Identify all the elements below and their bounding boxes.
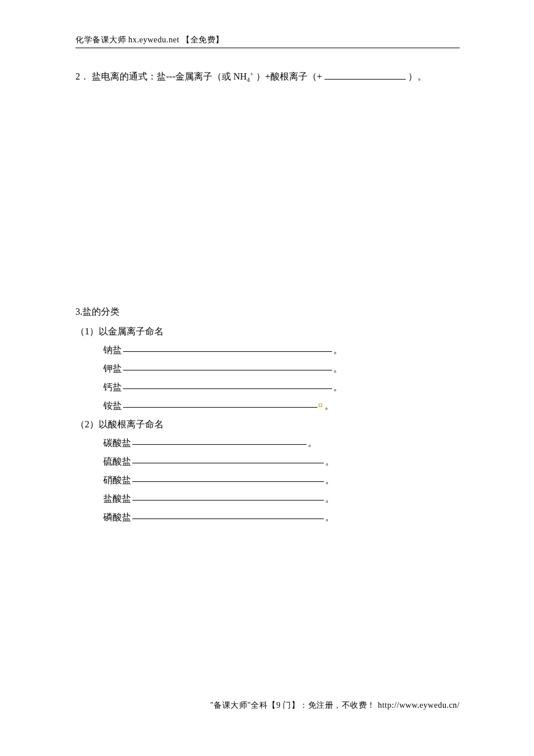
punct-cl: 。 [325, 489, 334, 508]
punct-so4: 。 [325, 452, 334, 471]
row-nitrate: 硝酸盐 。 [103, 471, 460, 489]
footer-url: http://www.eywedu.cn/ [378, 701, 460, 710]
header-site-label: 化学备课大师 [75, 35, 126, 44]
q3-sub2: （2）以酸根离子命名 [75, 415, 460, 434]
punct-ca: 。 [333, 378, 342, 397]
label-k-salt: 钾盐 [103, 359, 122, 378]
punct-na: 。 [333, 341, 342, 359]
footer-text: "备课大师"全科【9 门】：免注册，不收费！ [210, 701, 376, 710]
punct-k: 。 [333, 359, 342, 378]
punct-po4: 。 [325, 508, 334, 527]
punct-no3: 。 [325, 471, 334, 489]
blank-na-salt[interactable] [123, 344, 332, 352]
page-footer: "备课大师"全科【9 门】：免注册，不收费！ http://www.eywedu… [75, 700, 460, 711]
label-sulfate: 硫酸盐 [103, 452, 131, 471]
q2-nh4-sub: 4 [247, 77, 250, 84]
punct-nh4: 。 [319, 397, 334, 415]
blank-ca-salt[interactable] [123, 381, 332, 389]
row-phosphate: 磷酸盐 。 [103, 508, 460, 527]
label-nitrate: 硝酸盐 [103, 471, 131, 489]
header-tag: 【全免费】 [182, 35, 224, 44]
label-chloride: 盐酸盐 [103, 489, 131, 508]
q3-sub1: （1）以金属离子命名 [75, 322, 460, 341]
q2-close: ）。 [408, 71, 427, 81]
label-phosphate: 磷酸盐 [103, 508, 131, 527]
blank-phosphate[interactable] [132, 511, 324, 519]
row-ca-salt: 钙盐 。 [103, 378, 460, 397]
blank-carbonate[interactable] [132, 437, 306, 445]
label-nh4-salt: 铵盐 [103, 397, 122, 415]
blank-nitrate[interactable] [132, 474, 324, 482]
row-nh4-salt: 铵盐 。 [103, 397, 460, 415]
row-chloride: 盐酸盐 。 [103, 489, 460, 508]
label-carbonate: 碳酸盐 [103, 434, 131, 452]
blank-nh4-salt[interactable] [123, 399, 317, 408]
q2-text-after: ）+酸根离子（+ [256, 71, 322, 81]
label-na-salt: 钠盐 [103, 341, 122, 359]
content: 2． 盐电离的通式：盐---金属离子（或 NH4+ ）+酸根离子（+ ）。 3.… [75, 63, 460, 527]
q2-blank[interactable] [324, 71, 406, 80]
question-3-heading: 3.盐的分类 [75, 303, 460, 321]
punct-co3: 。 [308, 434, 317, 452]
row-na-salt: 钠盐 。 [103, 341, 460, 359]
row-sulfate: 硫酸盐 。 [103, 452, 460, 471]
blank-sulfate[interactable] [132, 455, 324, 463]
page-header: 化学备课大师 hx.eywedu.net 【全免费】 [75, 35, 460, 48]
q2-nh4-text: NH [233, 71, 247, 81]
q2-nh4: NH4+ [233, 71, 256, 81]
blank-chloride[interactable] [132, 492, 324, 501]
label-ca-salt: 钙盐 [103, 378, 122, 397]
punct-nh4-text: 。 [324, 401, 334, 411]
row-k-salt: 钾盐 。 [103, 359, 460, 378]
row-carbonate: 碳酸盐 。 [103, 434, 460, 452]
page: 化学备课大师 hx.eywedu.net 【全免费】 2． 盐电离的通式：盐--… [0, 0, 534, 756]
header-site-url: hx.eywedu.net [128, 35, 179, 44]
question-2: 2． 盐电离的通式：盐---金属离子（或 NH4+ ）+酸根离子（+ ）。 [75, 67, 460, 87]
q2-nh4-sup: + [250, 70, 254, 77]
marker-icon [319, 404, 322, 407]
q2-text-prefix: 盐电离的通式：盐---金属离子（或 [92, 71, 231, 81]
blank-k-salt[interactable] [123, 362, 332, 370]
q2-number: 2． [75, 71, 89, 81]
